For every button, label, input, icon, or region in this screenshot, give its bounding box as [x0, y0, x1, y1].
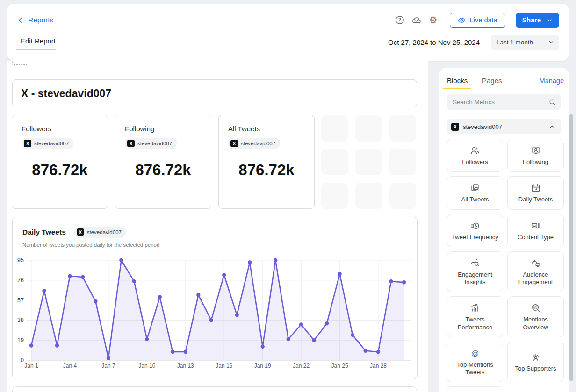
top-mentions-tweets-icon: @ [470, 348, 480, 359]
svg-text:Jan 13: Jan 13 [177, 363, 194, 369]
settings-gear-icon[interactable]: ⚙ [426, 13, 440, 27]
account-badge: stevedavid007 [74, 227, 126, 238]
sidebar-block-tile[interactable]: Top Supporters [507, 342, 564, 383]
block-label: Tweet Frequency [452, 234, 498, 241]
live-data-button[interactable]: Live data [450, 13, 505, 28]
tab-edit-report[interactable]: Edit Report [19, 35, 58, 52]
back-to-reports-link[interactable]: Reports [17, 16, 53, 24]
sidebar-block-tile[interactable]: @ Mentions Overview [507, 296, 564, 337]
placeholder-tile [389, 115, 416, 142]
page-scrollbar[interactable] [569, 114, 573, 381]
block-label: Mentions Overview [511, 316, 561, 331]
metric-card[interactable]: Followers stevedavid007 876.72k [12, 115, 108, 209]
sidebar-block-tile[interactable]: Engagement Insights [447, 251, 503, 292]
search-metrics-input[interactable] [453, 99, 548, 106]
svg-text:Jan 28: Jan 28 [370, 363, 387, 369]
tab-blocks[interactable]: Blocks [447, 77, 468, 85]
block-label: Audience Engagement [511, 271, 561, 286]
metric-card-title: Followers [22, 125, 98, 133]
sidebar-block-tile[interactable]: Tweets Performance [447, 296, 503, 337]
daily-tweets-card[interactable]: Daily Tweets stevedavid007 Number of twe… [12, 217, 418, 379]
metric-card[interactable]: All Tweets stevedavid007 876.72k [218, 115, 315, 209]
engagement-insights-icon [470, 257, 480, 269]
eye-icon [458, 16, 466, 24]
account-name: stevedavid007 [87, 229, 122, 235]
divider [13, 71, 418, 71]
chart-subtitle: Number of tweets you posted daily for th… [13, 238, 417, 248]
sidebar-block-tile[interactable]: Following [507, 139, 564, 172]
followers-icon [470, 145, 480, 156]
cloud-sync-icon[interactable] [410, 13, 424, 27]
drag-placeholder [12, 61, 28, 65]
header-top-row: Reports ? ⚙ Live data Share [7, 12, 569, 28]
daily-tweets-chart: Jan 1Jan 4Jan 7Jan 10Jan 13Jan 16Jan 19J… [16, 257, 414, 375]
manage-link[interactable]: Manage [540, 77, 564, 85]
search-icon [548, 98, 556, 106]
svg-text:Jan 10: Jan 10 [138, 363, 155, 369]
placeholder-tile [389, 183, 416, 209]
block-label: Tweets Performance [450, 316, 500, 331]
sidebar-block-tile[interactable]: Daily Tweets [507, 176, 564, 209]
x-logo-icon [451, 123, 459, 131]
account-accordion-header[interactable]: stevedavid007 [447, 119, 561, 134]
sidebar-block-tile[interactable]: Audience Engagement [507, 251, 564, 292]
block-label: Followers [462, 158, 488, 166]
search-metrics-box [447, 94, 561, 110]
placeholder-tile [389, 149, 416, 175]
daily-tweets-icon [531, 182, 541, 193]
metric-card-title: All Tweets [228, 125, 305, 133]
account-badge: stevedavid007 [125, 138, 177, 149]
metric-card-title: Following [125, 125, 202, 133]
sidebar-block-tile[interactable] [447, 386, 503, 392]
share-button[interactable]: Share [516, 13, 559, 28]
metric-card[interactable]: Following stevedavid007 876.72k [115, 115, 211, 209]
metric-value: 876.72k [228, 161, 305, 179]
svg-text:38: 38 [17, 317, 24, 323]
live-data-label: Live data [470, 16, 497, 24]
sidebar-block-tile[interactable]: Followers [447, 139, 503, 172]
sidebar-block-tile[interactable]: Content Type [507, 214, 564, 247]
metric-value: 876.72k [22, 161, 98, 179]
account-badge: stevedavid007 [22, 138, 73, 149]
mentions-overview-icon: @ [531, 302, 541, 314]
report-title: X - stevedavid007 [21, 87, 111, 100]
x-logo-icon [24, 140, 31, 147]
account-name: stevedavid007 [137, 141, 172, 146]
date-range-select[interactable]: Last 1 month [491, 35, 559, 50]
all-tweets-icon [470, 182, 480, 193]
placeholder-grid [321, 115, 416, 209]
report-canvas: X - stevedavid007 Followers stevedavid00… [7, 61, 428, 392]
x-logo-icon [127, 140, 135, 147]
svg-text:19: 19 [17, 337, 24, 343]
svg-text:Jan 19: Jan 19 [254, 363, 271, 369]
x-logo-icon [77, 228, 84, 236]
block-label: Engagement Insights [450, 271, 500, 286]
svg-text:57: 57 [17, 297, 24, 304]
metric-blocks-grid: Followers Following All Tweets Daily Twe… [447, 139, 564, 392]
audience-engagement-icon [531, 257, 541, 269]
sidebar-block-tile[interactable]: All Tweets [447, 176, 503, 209]
sidebar-block-tile[interactable]: Tweet Frequency [447, 214, 503, 247]
help-icon[interactable]: ? [393, 13, 407, 27]
svg-text:@: @ [471, 349, 479, 357]
block-label: Following [523, 158, 548, 166]
svg-text:0: 0 [21, 357, 24, 363]
svg-text:Jan 22: Jan 22 [293, 363, 310, 369]
header-bottom-row: Edit Report Oct 27, 2024 to Nov 25, 2024… [7, 33, 569, 54]
svg-text:Jan 4: Jan 4 [63, 363, 77, 369]
metric-value: 876.72k [125, 161, 202, 179]
tab-pages[interactable]: Pages [482, 77, 502, 85]
report-title-block[interactable]: X - stevedavid007 [12, 79, 417, 107]
chart-title: Daily Tweets [22, 228, 66, 236]
block-label: Daily Tweets [518, 196, 553, 203]
placeholder-tile [355, 149, 382, 175]
content-type-icon [531, 220, 541, 231]
sidebar-block-tile[interactable]: @ Top Mentions Tweets [447, 342, 503, 383]
top-supporters-icon [531, 351, 541, 363]
date-range-text: Oct 27, 2024 to Nov 25, 2024 [388, 38, 480, 46]
svg-text:@: @ [533, 306, 537, 310]
placeholder-tile [321, 149, 348, 175]
svg-text:?: ? [398, 17, 401, 22]
header-icons: ? ⚙ Live data Share [393, 13, 559, 28]
block-label: Top Mentions Tweets [450, 361, 500, 377]
